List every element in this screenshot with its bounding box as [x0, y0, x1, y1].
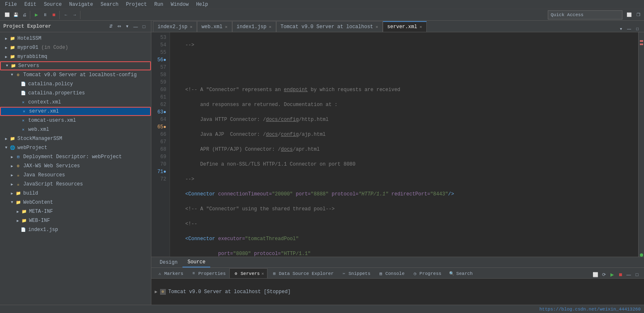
tab-close-web-xml[interactable]: ✕ — [225, 24, 227, 29]
tree-item-mypro01[interactable]: ▶ 📁 mypro01 (in Code) — [0, 43, 151, 52]
menu-navigate[interactable]: Navigate — [66, 0, 97, 9]
restore-btn[interactable]: ❐ — [634, 11, 642, 19]
tree-item-context-xml[interactable]: ✕ context.xml — [0, 98, 151, 107]
tree-item-build[interactable]: ▶ 📁 build — [0, 189, 151, 198]
tree-arrow-jaxws: ▶ — [9, 164, 15, 169]
tree-item-java-resources[interactable]: ▶ ☕ Java Resources — [0, 171, 151, 180]
bottom-tab-servers-close[interactable]: ✕ — [261, 271, 264, 276]
collapse-all-btn[interactable]: ⇵ — [107, 23, 114, 30]
xml-icon-server: ✕ — [21, 108, 27, 115]
tree-item-myrabbitmq[interactable]: ▶ 📁 myrabbitmq — [0, 52, 151, 61]
menu-project[interactable]: Project — [123, 0, 150, 9]
menu-run[interactable]: Run — [151, 0, 167, 9]
bottom-panel: ⚠ Markers ≡ Properties ⚙ Servers ✕ ⊞ Dat… — [151, 267, 644, 305]
error-marker-1 — [640, 40, 643, 42]
tree-item-catalina-properties[interactable]: 📄 catalina.properties — [0, 89, 151, 98]
panel-title: Project Explorer — [3, 24, 104, 29]
bottom-panel-stop-btn[interactable]: ⏹ — [617, 271, 624, 278]
bottom-panel-maximize[interactable]: □ — [633, 271, 641, 278]
bottom-tab-progress[interactable]: ◷ Progress — [408, 268, 445, 278]
line-num-59: 59 — [155, 79, 166, 86]
tree-item-web-xml[interactable]: ✕ web.xml — [0, 125, 151, 134]
file-icon-catalina-properties: 📄 — [20, 90, 27, 96]
maximize-btn[interactable]: ⬜ — [625, 11, 633, 19]
new-btn[interactable]: ⬜ — [3, 11, 11, 19]
code-line-53: --> — [173, 41, 635, 49]
menu-edit[interactable]: Edit — [21, 0, 40, 9]
folder-icon-mypro01: 📁 — [9, 44, 16, 51]
xml-icon-tomcat-users: ✕ — [20, 117, 27, 124]
tree-label-build: build — [23, 190, 38, 196]
tab-close-tomcat-server[interactable]: ✕ — [376, 24, 378, 29]
link-editor-btn[interactable]: ⇔ — [115, 23, 123, 30]
tab-server-xml[interactable]: server.xml ✕ — [383, 21, 427, 32]
tree-item-server-xml[interactable]: ✕ server.xml — [0, 107, 151, 116]
tree-item-tomcat-config[interactable]: ▼ ⚙ Tomcat v9.0 Server at localhost-conf… — [0, 70, 151, 79]
code-editor[interactable]: --> <!-- A "Connector" represents an end… — [170, 32, 638, 257]
menu-search[interactable]: Search — [97, 0, 122, 9]
tree-item-meta-inf[interactable]: ▶ 📁 META-INF — [0, 207, 151, 216]
tab-close-server-xml[interactable]: ✕ — [420, 24, 422, 29]
debug-btn[interactable]: ⏸ — [41, 11, 49, 19]
snippets-icon: ✂ — [341, 271, 347, 277]
print-btn[interactable]: 🖨 — [20, 11, 29, 19]
save-btn[interactable]: 💾 — [12, 11, 20, 19]
tree-item-webproject[interactable]: ▼ 🌐 webProject — [0, 143, 151, 152]
menu-file[interactable]: File — [2, 0, 20, 9]
bottom-panel-btn2[interactable]: ⟳ — [600, 271, 608, 278]
menu-help[interactable]: Help — [193, 0, 211, 9]
tree-item-servers[interactable]: ▼ 📁 Servers — [0, 61, 151, 70]
menu-source[interactable]: Source — [41, 0, 65, 9]
tree-item-deployment[interactable]: ▶ ⊞ Deployment Descriptor: webProject — [0, 152, 151, 161]
tab-tomcat-server[interactable]: Tomcat v9.0 Server at localhost ✕ — [276, 21, 383, 32]
editor-minimize-btn[interactable]: — — [626, 25, 632, 32]
tab-index1-jsp[interactable]: index1.jsp ✕ — [232, 21, 276, 32]
editor-maximize-btn[interactable]: □ — [634, 25, 641, 32]
tree-item-js-resources[interactable]: ▶ ☕ JavaScript Resources — [0, 180, 151, 189]
editor-tab-source[interactable]: Source — [182, 258, 210, 267]
line-num-72: 72 — [155, 176, 166, 183]
tree-item-hotelssm[interactable]: ▶ 📁 HotelSSM — [0, 34, 151, 43]
status-green-dot — [640, 253, 643, 257]
bottom-tab-markers-label: Markers — [164, 271, 183, 276]
bottom-panel-new-btn[interactable]: ⬜ — [592, 271, 599, 278]
bottom-panel-run-btn[interactable]: ▶ — [608, 271, 616, 278]
folder-icon-hotelssm: 📁 — [9, 35, 16, 42]
tree-item-tomcat-users-xml[interactable]: ✕ tomcat-users.xml — [0, 116, 151, 125]
bottom-tab-servers[interactable]: ⚙ Servers ✕ — [229, 268, 267, 278]
minimize-panel-btn[interactable]: — — [132, 23, 139, 30]
bottom-tab-console[interactable]: ▤ Console — [374, 268, 408, 278]
bottom-tab-properties[interactable]: ≡ Properties — [187, 268, 229, 278]
back-btn[interactable]: ← — [62, 11, 70, 19]
line-num-63: 63● — [155, 108, 166, 116]
bottom-tab-snippets[interactable]: ✂ Snippets — [338, 268, 374, 278]
bottom-tab-markers[interactable]: ⚠ Markers — [153, 268, 187, 278]
bottom-tab-datasource[interactable]: ⊞ Data Source Explorer — [267, 268, 337, 278]
run-btn[interactable]: ▶ — [32, 11, 41, 19]
stop-btn[interactable]: ⏹ — [50, 11, 58, 19]
tab-list-btn[interactable]: ▾ — [617, 25, 624, 32]
tab-close-index1-jsp[interactable]: ✕ — [269, 24, 272, 29]
line-num-66: 66 — [155, 131, 166, 138]
tab-index2-jsp[interactable]: index2.jsp ✕ — [153, 21, 197, 32]
bottom-panel-minimize[interactable]: — — [625, 271, 632, 278]
tree-item-stockmanager[interactable]: ▶ 📁 StockManagerSSM — [0, 134, 151, 143]
maximize-panel-btn[interactable]: □ — [140, 23, 148, 30]
menu-window[interactable]: Window — [168, 0, 192, 9]
tree-item-web-inf[interactable]: ▶ 📁 WEB-INF — [0, 216, 151, 225]
tree-label-web-xml: web.xml — [28, 127, 49, 132]
menu-bar: File Edit Source Navigate Search Project… — [0, 0, 644, 9]
editor-tab-design[interactable]: Design — [155, 258, 182, 267]
bottom-tab-search[interactable]: 🔍 Search — [445, 268, 476, 278]
tree-label-js-resources: JavaScript Resources — [23, 181, 83, 187]
folder-icon-servers: 📁 — [10, 63, 17, 69]
tree-item-catalina-policy[interactable]: 📄 catalina.policy — [0, 79, 151, 89]
tree-item-index1-jsp[interactable]: 📄 index1.jsp — [0, 225, 151, 234]
quick-access-input[interactable]: Quick Access — [548, 10, 622, 19]
tree-item-webcontent[interactable]: ▼ 📁 WebContent — [0, 198, 151, 207]
tree-item-jaxws[interactable]: ▶ ⚙ JAX-WS Web Services — [0, 161, 151, 171]
forward-btn[interactable]: → — [70, 11, 79, 19]
tab-web-xml[interactable]: web.xml ✕ — [197, 21, 232, 32]
tab-close-index2-jsp[interactable]: ✕ — [190, 24, 192, 29]
view-menu-btn[interactable]: ▾ — [124, 23, 131, 30]
